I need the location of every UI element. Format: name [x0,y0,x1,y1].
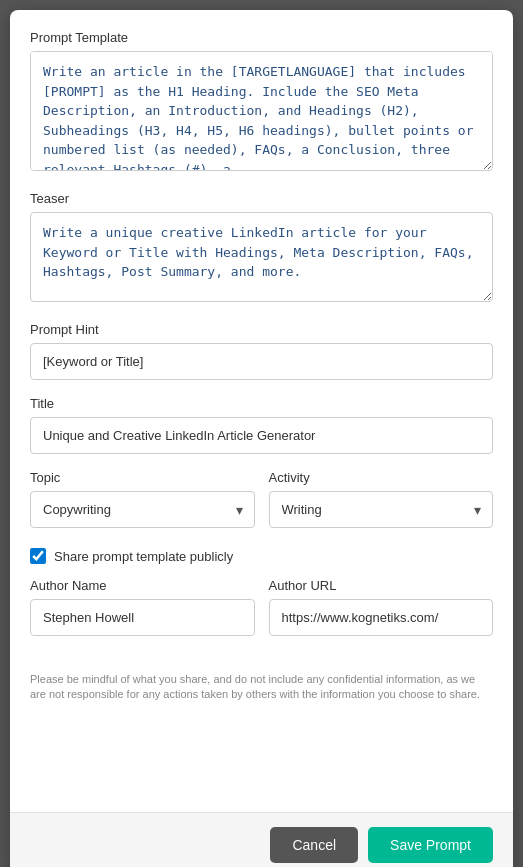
modal-body: Prompt Template Teaser Prompt Hint Title… [10,10,513,812]
topic-label: Topic [30,470,255,485]
prompt-template-label: Prompt Template [30,30,493,45]
prompt-template-group: Prompt Template [30,30,493,175]
prompt-hint-input[interactable] [30,343,493,380]
cancel-button[interactable]: Cancel [270,827,358,863]
modal-container: Prompt Template Teaser Prompt Hint Title… [10,10,513,867]
author-url-input[interactable] [269,599,494,636]
author-name-label: Author Name [30,578,255,593]
topic-select-wrapper: Copywriting Marketing SEO Writing Social… [30,491,255,528]
disclaimer-text: Please be mindful of what you share, and… [30,664,493,703]
share-public-row: Share prompt template publicly [30,548,493,564]
prompt-template-textarea[interactable] [30,51,493,171]
share-public-checkbox[interactable] [30,548,46,564]
teaser-textarea[interactable] [30,212,493,302]
modal-footer: Cancel Save Prompt [10,812,513,867]
prompt-hint-group: Prompt Hint [30,322,493,380]
title-label: Title [30,396,493,411]
author-row: Author Name Author URL [30,578,493,652]
topic-select[interactable]: Copywriting Marketing SEO Writing Social… [30,491,255,528]
teaser-group: Teaser [30,191,493,306]
activity-select-wrapper: Writing Generate Analyze Summarize Trans… [269,491,494,528]
save-button[interactable]: Save Prompt [368,827,493,863]
activity-label: Activity [269,470,494,485]
activity-select[interactable]: Writing Generate Analyze Summarize Trans… [269,491,494,528]
author-url-label: Author URL [269,578,494,593]
activity-group: Activity Writing Generate Analyze Summar… [269,470,494,528]
author-name-group: Author Name [30,578,255,636]
topic-group: Topic Copywriting Marketing SEO Writing … [30,470,255,528]
topic-activity-row: Topic Copywriting Marketing SEO Writing … [30,470,493,544]
author-url-group: Author URL [269,578,494,636]
share-public-label[interactable]: Share prompt template publicly [54,549,233,564]
prompt-hint-label: Prompt Hint [30,322,493,337]
author-name-input[interactable] [30,599,255,636]
title-group: Title [30,396,493,454]
title-input[interactable] [30,417,493,454]
teaser-label: Teaser [30,191,493,206]
